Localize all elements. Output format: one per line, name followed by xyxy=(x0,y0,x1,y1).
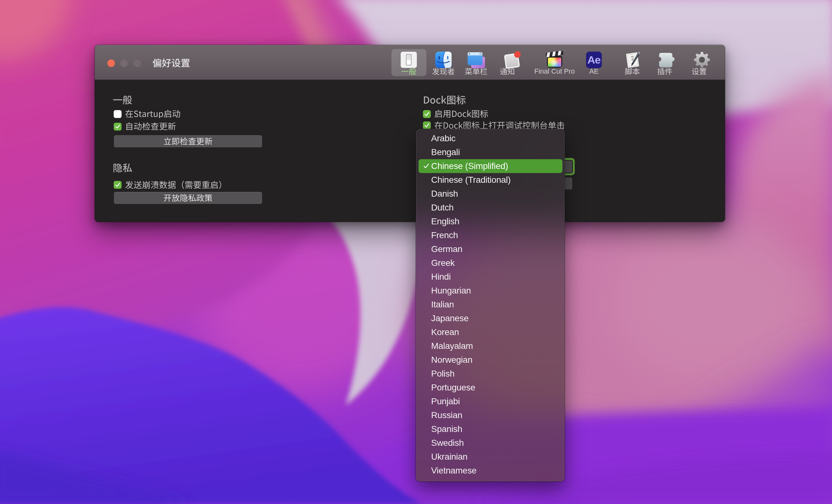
svg-text:Ae: Ae xyxy=(587,54,601,66)
